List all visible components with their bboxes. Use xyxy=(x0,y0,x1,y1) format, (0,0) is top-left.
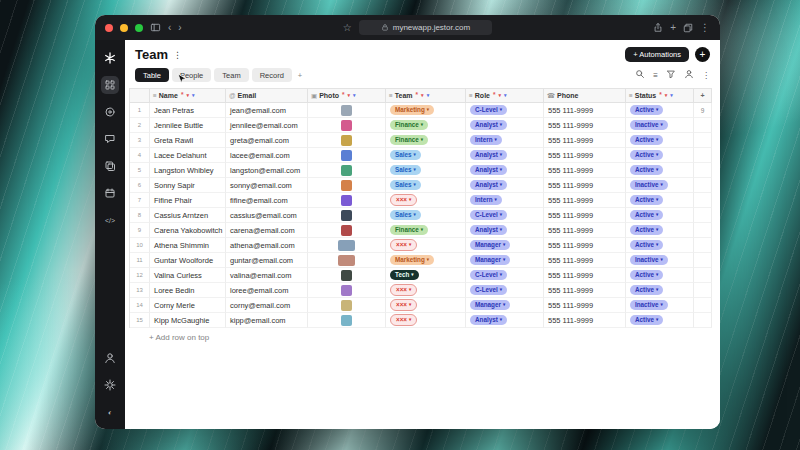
cell-role[interactable]: C-Level▾ xyxy=(466,103,544,118)
sidebar-item-chat[interactable] xyxy=(101,130,119,148)
cell-name[interactable]: Lacee Delahunt xyxy=(150,148,226,163)
cell-extra[interactable] xyxy=(694,268,712,283)
column-header-add[interactable]: + xyxy=(694,89,712,103)
cell-status[interactable]: Active▾ xyxy=(626,223,694,238)
cell-role[interactable]: Manager▾ xyxy=(466,253,544,268)
role-pill[interactable]: Analyst▾ xyxy=(470,315,507,324)
team-pill[interactable]: ×××▾ xyxy=(390,314,417,325)
cell-extra[interactable] xyxy=(694,223,712,238)
cell-team[interactable]: ×××▾ xyxy=(386,283,466,298)
address-bar[interactable]: mynewapp.jestor.com xyxy=(359,20,492,35)
cell-phone[interactable]: 555 111-9999 xyxy=(544,283,626,298)
cell-name[interactable]: Athena Shimmin xyxy=(150,238,226,253)
cell-status[interactable]: Inactive▾ xyxy=(626,298,694,313)
bookmark-star-icon[interactable]: ☆ xyxy=(343,23,352,33)
row-number[interactable]: 15 xyxy=(130,313,150,328)
minimize-window-button[interactable] xyxy=(120,24,128,32)
cell-status[interactable]: Active▾ xyxy=(626,313,694,328)
cell-team[interactable]: Sales▾ xyxy=(386,163,466,178)
column-header-team[interactable]: ≡Team*▾▾ xyxy=(386,89,466,103)
cell-phone[interactable]: 555 111-9999 xyxy=(544,178,626,193)
sidebar-item-record-circle[interactable] xyxy=(101,103,119,121)
cell-status[interactable]: Inactive▾ xyxy=(626,178,694,193)
row-number[interactable]: 13 xyxy=(130,283,150,298)
cell-extra[interactable] xyxy=(694,163,712,178)
cell-role[interactable]: C-Level▾ xyxy=(466,283,544,298)
cell-phone[interactable]: 555 111-9999 xyxy=(544,223,626,238)
sidebar-item-apps-grid[interactable] xyxy=(101,76,119,94)
role-pill[interactable]: Intern▾ xyxy=(470,195,502,204)
status-pill[interactable]: Active▾ xyxy=(630,165,663,174)
title-menu-icon[interactable]: ⋮ xyxy=(173,50,182,60)
forward-button[interactable]: › xyxy=(178,23,181,33)
cell-extra[interactable] xyxy=(694,313,712,328)
row-number[interactable]: 12 xyxy=(130,268,150,283)
status-pill[interactable]: Inactive▾ xyxy=(630,180,668,189)
cell-phone[interactable]: 555 111-9999 xyxy=(544,238,626,253)
cell-phone[interactable]: 555 111-9999 xyxy=(544,163,626,178)
tab-overview-icon[interactable] xyxy=(683,23,693,33)
cell-email[interactable]: greta@email.com xyxy=(226,133,308,148)
cell-status[interactable]: Inactive▾ xyxy=(626,253,694,268)
team-pill[interactable]: ×××▾ xyxy=(390,284,417,295)
tab-team[interactable]: Team xyxy=(214,68,248,82)
status-pill[interactable]: Active▾ xyxy=(630,210,663,219)
sidebar-toggle-icon[interactable] xyxy=(150,22,161,33)
cell-email[interactable]: kipp@email.com xyxy=(226,313,308,328)
browser-menu-icon[interactable]: ⋮ xyxy=(700,23,710,33)
role-pill[interactable]: C-Level▾ xyxy=(470,285,507,294)
cell-name[interactable]: Sonny Sapir xyxy=(150,178,226,193)
cell-photo[interactable] xyxy=(308,133,386,148)
status-pill[interactable]: Active▾ xyxy=(630,150,663,159)
status-pill[interactable]: Active▾ xyxy=(630,135,663,144)
role-pill[interactable]: C-Level▾ xyxy=(470,270,507,279)
collaborators-icon[interactable] xyxy=(684,69,694,81)
cell-status[interactable]: Active▾ xyxy=(626,238,694,253)
cell-role[interactable]: Analyst▾ xyxy=(466,163,544,178)
cell-status[interactable]: Active▾ xyxy=(626,268,694,283)
cell-team[interactable]: ×××▾ xyxy=(386,238,466,253)
row-number[interactable]: 4 xyxy=(130,148,150,163)
more-options-icon[interactable]: ⋮ xyxy=(702,71,710,80)
user-profile-icon[interactable] xyxy=(101,349,119,367)
cell-status[interactable]: Active▾ xyxy=(626,193,694,208)
cell-role[interactable]: C-Level▾ xyxy=(466,208,544,223)
role-pill[interactable]: Manager▾ xyxy=(470,300,510,309)
cell-email[interactable]: valina@email.com xyxy=(226,268,308,283)
cell-name[interactable]: Jennilee Buttle xyxy=(150,118,226,133)
role-pill[interactable]: Analyst▾ xyxy=(470,225,507,234)
cell-email[interactable]: athena@email.com xyxy=(226,238,308,253)
cell-team[interactable]: ×××▾ xyxy=(386,313,466,328)
new-tab-button[interactable]: + xyxy=(670,23,676,33)
cell-status[interactable]: Active▾ xyxy=(626,103,694,118)
cell-phone[interactable]: 555 111-9999 xyxy=(544,253,626,268)
cell-extra[interactable] xyxy=(694,283,712,298)
row-number[interactable]: 7 xyxy=(130,193,150,208)
cell-role[interactable]: Analyst▾ xyxy=(466,118,544,133)
cell-status[interactable]: Active▾ xyxy=(626,208,694,223)
team-pill[interactable]: ×××▾ xyxy=(390,194,417,205)
column-header-phone[interactable]: ☎Phone xyxy=(544,89,626,103)
role-pill[interactable]: Analyst▾ xyxy=(470,120,507,129)
cell-email[interactable]: cassius@email.com xyxy=(226,208,308,223)
role-pill[interactable]: C-Level▾ xyxy=(470,210,507,219)
cell-name[interactable]: Langston Whibley xyxy=(150,163,226,178)
team-pill[interactable]: Finance▾ xyxy=(390,225,428,234)
row-number[interactable]: 3 xyxy=(130,133,150,148)
cell-status[interactable]: Active▾ xyxy=(626,133,694,148)
cell-email[interactable]: jean@email.com xyxy=(226,103,308,118)
team-pill[interactable]: ×××▾ xyxy=(390,299,417,310)
cell-extra[interactable] xyxy=(694,148,712,163)
cell-photo[interactable] xyxy=(308,148,386,163)
sidebar-item-code[interactable]: </> xyxy=(101,211,119,229)
share-icon[interactable] xyxy=(653,22,663,33)
cell-photo[interactable] xyxy=(308,118,386,133)
zoom-window-button[interactable] xyxy=(135,24,143,32)
search-icon[interactable] xyxy=(635,69,645,81)
column-header-photo[interactable]: ▣Photo*▾▾ xyxy=(308,89,386,103)
cell-email[interactable]: lacee@email.com xyxy=(226,148,308,163)
cell-role[interactable]: Analyst▾ xyxy=(466,148,544,163)
cell-team[interactable]: ×××▾ xyxy=(386,193,466,208)
team-pill[interactable]: Marketing▾ xyxy=(390,105,434,114)
cell-role[interactable]: C-Level▾ xyxy=(466,268,544,283)
